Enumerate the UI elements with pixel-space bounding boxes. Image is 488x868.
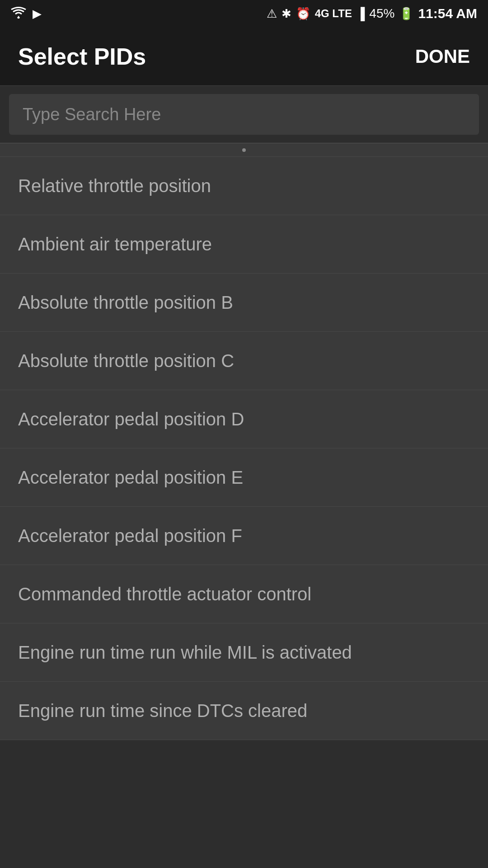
network-indicator: 4G LTE [315,7,352,20]
list-item-text: Commanded throttle actuator control [18,584,311,604]
list-item-text: Accelerator pedal position D [18,409,244,429]
list-item[interactable]: Relative throttle position [0,157,488,215]
scroll-indicator [242,148,246,152]
list-item-text: Absolute throttle position B [18,292,233,312]
search-input[interactable] [9,94,479,135]
list-item-text: Accelerator pedal position E [18,467,243,487]
list-item[interactable]: Accelerator pedal position D [0,390,488,448]
page-title: Select PIDs [18,43,146,70]
bluetooth-icon: ✱ [282,7,291,21]
status-left-icons: ▶ [11,6,42,22]
status-time: 11:54 AM [418,6,477,21]
list-item[interactable]: Engine run time run while MIL is activat… [0,623,488,682]
list-item-text: Engine run time since DTCs cleared [18,701,307,721]
clock-icon: ⏰ [296,7,310,21]
done-button[interactable]: DONE [415,46,470,67]
list-item[interactable]: Absolute throttle position C [0,332,488,390]
battery-percentage: 45% [369,6,394,21]
play-icon: ▶ [33,7,42,21]
list-item-text: Relative throttle position [18,176,211,196]
battery-icon: 🔋 [399,7,413,21]
list-item-text: Accelerator pedal position F [18,526,242,546]
wifi-icon [11,6,26,22]
status-right-icons: ⚠ ✱ ⏰ 4G LTE ▐ 45% 🔋 11:54 AM [267,6,477,21]
list-item[interactable]: Engine run time since DTCs cleared [0,682,488,740]
alert-icon: ⚠ [267,7,277,21]
search-container [0,86,488,143]
signal-icon: ▐ [357,7,365,21]
list-item[interactable]: Absolute throttle position B [0,274,488,332]
list-item[interactable]: Ambient air temperature [0,215,488,274]
list-item[interactable]: Commanded throttle actuator control [0,565,488,623]
status-bar: ▶ ⚠ ✱ ⏰ 4G LTE ▐ 45% 🔋 11:54 AM [0,0,488,27]
partial-item-indicator [0,143,488,157]
list-item[interactable]: Accelerator pedal position E [0,448,488,507]
list-item-text: Ambient air temperature [18,234,212,254]
list-item-text: Absolute throttle position C [18,351,234,371]
header: Select PIDs DONE [0,27,488,86]
list-item-text: Engine run time run while MIL is activat… [18,642,352,662]
list-item[interactable]: Accelerator pedal position F [0,507,488,565]
pid-list: Relative throttle positionAmbient air te… [0,157,488,740]
